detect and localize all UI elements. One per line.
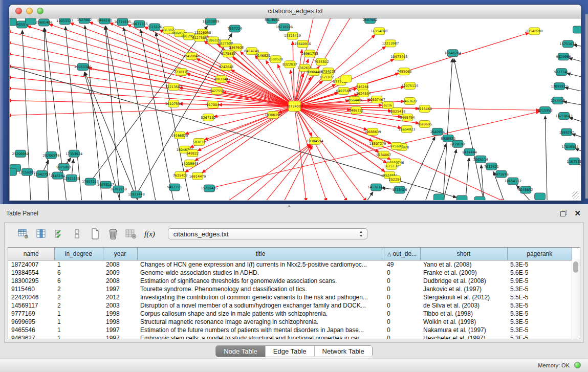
table-cell[interactable]: Wolkin et al. (1998): [420, 318, 507, 326]
graph-node[interactable]: 9463627: [402, 98, 417, 105]
select-all-icon[interactable]: [53, 228, 66, 240]
table-cell[interactable]: 9465546: [8, 326, 54, 334]
column-header-year[interactable]: year: [103, 248, 137, 260]
column-header-short[interactable]: short: [420, 248, 507, 260]
graph-node[interactable]: 20691406: [35, 19, 52, 26]
table-cell[interactable]: Dudbridge et al. (2008): [420, 277, 507, 285]
table-cell[interactable]: Stergiakouli et al. (2012): [420, 293, 507, 301]
graph-node[interactable]: 7486322: [349, 107, 364, 114]
table-cell[interactable]: Tibbo et al. (1998): [420, 310, 507, 318]
graph-node[interactable]: 10654112: [505, 178, 521, 185]
graph-node[interactable]: 1167531: [567, 158, 581, 165]
table-cell[interactable]: Hescheler et al. (1997): [420, 334, 507, 339]
table-cell[interactable]: 5.9E-5: [507, 277, 572, 285]
graph-node[interactable]: 917004: [207, 101, 220, 108]
table-cell[interactable]: 5.3E-5: [507, 318, 572, 326]
table-row[interactable]: 946554611997Estimation of the future num…: [8, 326, 572, 334]
column-header-pagerank[interactable]: pagerank: [507, 248, 572, 260]
graph-node[interactable]: 8427552: [210, 87, 225, 95]
table-cell[interactable]: 1997: [103, 326, 137, 334]
graph-node[interactable]: 1640954: [430, 128, 445, 135]
scrollbar-thumb[interactable]: [573, 261, 578, 273]
zoom-window-icon[interactable]: [37, 8, 43, 14]
graph-edge[interactable]: [366, 192, 373, 200]
graph-node[interactable]: 15716485: [201, 185, 218, 192]
table-cell[interactable]: 19384554: [8, 269, 54, 277]
table-cell[interactable]: 5.6E-5: [507, 269, 572, 277]
table-cell[interactable]: 0: [384, 285, 420, 293]
table-cell[interactable]: 5.3E-5: [507, 310, 572, 318]
tab-edge-table[interactable]: Edge Table: [265, 346, 314, 357]
graph-node[interactable]: [341, 75, 352, 82]
graph-node[interactable]: [10, 18, 17, 26]
graph-node[interactable]: 12213583: [165, 83, 182, 91]
table-cell[interactable]: 0: [384, 293, 420, 301]
table-cell[interactable]: 22420046: [8, 293, 54, 301]
table-row[interactable]: 969969511998Structural magnetic resonanc…: [8, 318, 572, 326]
table-cell[interactable]: 1: [54, 326, 103, 334]
table-settings-icon[interactable]: ⚙: [17, 228, 30, 240]
graph-edge[interactable]: [466, 158, 469, 200]
graph-node[interactable]: 3624554: [356, 90, 371, 97]
table-cell[interactable]: Structural magnetic resonance image aver…: [137, 318, 384, 326]
network-window-titlebar[interactable]: citations_edges.txt: [9, 5, 581, 18]
graph-edge[interactable]: [123, 28, 156, 200]
close-window-icon[interactable]: [15, 8, 22, 14]
table-cell[interactable]: 1: [54, 318, 103, 326]
graph-node[interactable]: [10, 168, 17, 176]
table-cell[interactable]: 1997: [103, 334, 137, 339]
table-cell[interactable]: Investigating the contribution of common…: [137, 293, 384, 301]
graph-node[interactable]: [25, 18, 36, 25]
table-cell[interactable]: 2012: [103, 293, 137, 301]
table-cell[interactable]: 5.3E-5: [507, 301, 572, 310]
show-columns-icon[interactable]: [35, 228, 48, 240]
table-row[interactable]: 946362711997Embryonic stem cells: a mode…: [8, 334, 572, 339]
table-cell[interactable]: 0: [384, 318, 420, 326]
graph-node[interactable]: 252254: [389, 176, 402, 183]
graph-node[interactable]: 9184067: [377, 151, 391, 158]
table-cell[interactable]: 9463627: [8, 334, 54, 339]
graph-node[interactable]: 17957253: [82, 178, 99, 185]
table-cell[interactable]: 5.3E-5: [507, 326, 572, 334]
graph-node[interactable]: 9245652: [518, 186, 533, 193]
graph-node[interactable]: 9474444: [462, 148, 477, 156]
graph-node[interactable]: 1527602: [77, 18, 92, 24]
graph-node[interactable]: 8267110: [201, 114, 216, 121]
graph-edge[interactable]: [575, 148, 581, 151]
table-cell[interactable]: 1998: [103, 310, 137, 318]
graph-node[interactable]: 1615132: [384, 162, 399, 169]
graph-node[interactable]: 9495794: [400, 114, 415, 121]
graph-node[interactable]: 19218596: [276, 24, 293, 31]
function-builder-icon[interactable]: f(x): [144, 230, 155, 238]
graph-node[interactable]: 7857224: [227, 25, 242, 32]
splitter-collapse-icon[interactable]: ▴: [288, 204, 290, 208]
graph-node[interactable]: 18724007: [286, 101, 303, 112]
new-file-icon[interactable]: [89, 228, 102, 240]
table-row[interactable]: 1456911722003Disruption of a novel membe…: [8, 301, 572, 310]
delete-table-icon[interactable]: [124, 228, 138, 240]
table-cell[interactable]: 2009: [103, 269, 137, 277]
graph-edge[interactable]: [569, 118, 581, 122]
graph-node[interactable]: 16033809: [202, 18, 219, 25]
graph-node[interactable]: 7625402: [173, 171, 188, 179]
graph-node[interactable]: 13325419: [284, 32, 301, 39]
close-panel-icon[interactable]: ✕: [574, 209, 581, 217]
graph-node[interactable]: 1621072: [319, 74, 334, 81]
column-header-name[interactable]: name: [8, 248, 54, 260]
graph-node[interactable]: 7485063: [397, 68, 411, 75]
table-cell[interactable]: Franke et al. (2009): [420, 269, 507, 277]
graph-node[interactable]: 9329966: [556, 53, 571, 60]
table-cell[interactable]: 49: [384, 260, 420, 269]
graph-node[interactable]: 6216: [383, 102, 394, 109]
graph-node[interactable]: 8471676: [494, 170, 509, 178]
table-cell[interactable]: 1: [54, 310, 103, 318]
graph-node[interactable]: [456, 195, 467, 200]
graph-node[interactable]: 11548988: [526, 28, 543, 35]
graph-node[interactable]: 1588520: [268, 56, 283, 63]
table-cell[interactable]: 0: [384, 301, 420, 310]
network-view-window[interactable]: citations_edges.txt 24055722069140610053…: [9, 5, 581, 201]
graph-edge[interactable]: [28, 26, 291, 105]
table-cell[interactable]: 5.3E-5: [507, 334, 572, 339]
table-row[interactable]: 2242004622012Investigating the contribut…: [8, 293, 572, 301]
graph-node[interactable]: 8990448: [307, 69, 321, 76]
